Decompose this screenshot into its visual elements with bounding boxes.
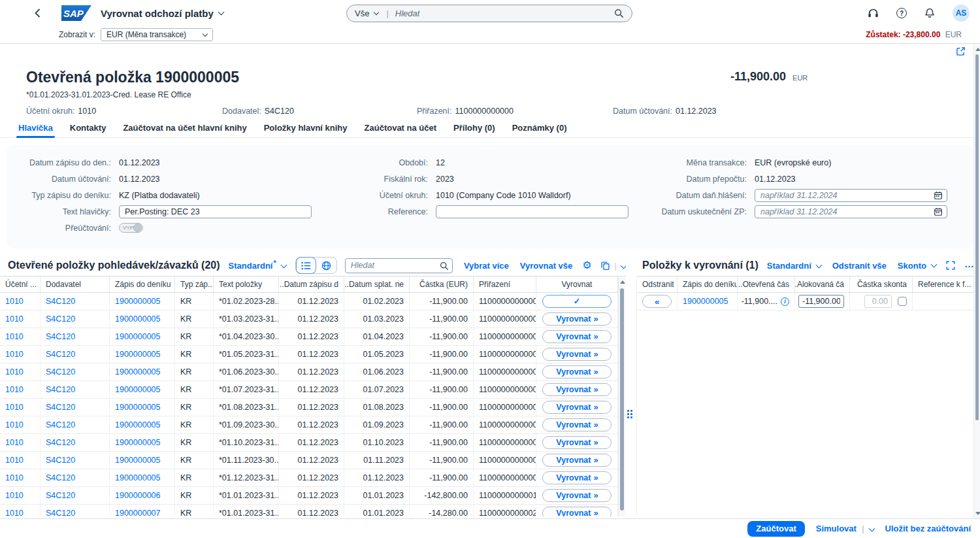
fullscreen-button[interactable] bbox=[946, 261, 955, 270]
vendor-link[interactable]: S4C120 bbox=[46, 505, 75, 517]
clear-item-button[interactable]: Vyrovnat» bbox=[542, 454, 612, 467]
company-code-link[interactable]: 1010 bbox=[5, 470, 24, 486]
notifications-bell-icon[interactable] bbox=[924, 8, 935, 18]
vendor-link[interactable]: S4C120 bbox=[46, 329, 75, 345]
journal-entry-link[interactable]: 1900000005 bbox=[683, 294, 728, 310]
vendor-link[interactable]: S4C120 bbox=[46, 452, 75, 469]
journal-entry-link[interactable]: 1900000007 bbox=[115, 505, 161, 517]
company-code-link[interactable]: 1010 bbox=[5, 505, 24, 517]
journal-entry-link[interactable]: 1900000005 bbox=[115, 311, 161, 328]
company-code-link[interactable]: 1010 bbox=[5, 311, 24, 328]
tab-poznamky[interactable]: Poznámky (0) bbox=[512, 120, 567, 137]
remove-item-button[interactable]: « bbox=[642, 295, 672, 308]
support-headset-icon[interactable] bbox=[868, 8, 879, 18]
remove-all-button[interactable]: Odstranit vše bbox=[832, 261, 887, 271]
open-items-search-input[interactable] bbox=[345, 258, 453, 273]
vendor-link[interactable]: S4C120 bbox=[46, 346, 75, 363]
open-items-view-select[interactable]: Standardní * bbox=[229, 261, 286, 271]
tab-hlavicka[interactable]: Hlavička bbox=[18, 120, 53, 137]
scroll-down-arrow[interactable] bbox=[975, 512, 980, 515]
clearing-items-view-select[interactable]: Standardní bbox=[767, 261, 821, 271]
clear-item-button[interactable]: Vyrovnat» bbox=[542, 383, 612, 396]
company-code-link[interactable]: 1010 bbox=[5, 329, 24, 345]
clear-item-button[interactable]: Vyrovnat» bbox=[542, 365, 612, 378]
scroll-up-arrow[interactable] bbox=[975, 48, 980, 51]
search-scope-select[interactable]: Vše bbox=[355, 8, 369, 18]
share-button[interactable] bbox=[956, 46, 966, 56]
field-input-datum-uskutecneni-zp[interactable] bbox=[755, 205, 947, 218]
company-code-link[interactable]: 1010 bbox=[5, 417, 24, 433]
company-code-link[interactable]: 1010 bbox=[5, 488, 24, 504]
page-scrollbar[interactable] bbox=[973, 44, 980, 518]
tab-zauctovat-na-ucet-hlavni-knihy[interactable]: Zaúčtovat na účet hlavní knihy bbox=[123, 120, 246, 137]
tab-prilohy[interactable]: Přílohy (0) bbox=[453, 120, 495, 137]
overflow-menu-button[interactable]: … bbox=[964, 258, 973, 269]
journal-entry-link[interactable]: 1900000005 bbox=[115, 364, 161, 380]
info-icon[interactable]: i bbox=[781, 297, 789, 306]
field-input-reference[interactable] bbox=[436, 205, 629, 218]
journal-entry-link[interactable]: 1900000005 bbox=[115, 329, 161, 345]
vendor-link[interactable]: S4C120 bbox=[46, 488, 75, 504]
shell-search[interactable]: Vše | bbox=[346, 5, 632, 22]
scrollbar-thumb[interactable] bbox=[975, 54, 979, 420]
vendor-link[interactable]: S4C120 bbox=[46, 417, 75, 433]
search-icon[interactable] bbox=[614, 8, 624, 18]
user-avatar[interactable]: AS bbox=[953, 5, 970, 22]
clear-all-button[interactable]: Vyrovnat vše bbox=[520, 261, 572, 271]
search-icon[interactable] bbox=[440, 261, 449, 271]
discount-checkbox[interactable] bbox=[898, 297, 907, 306]
clear-item-button[interactable]: Vyrovnat» bbox=[542, 401, 612, 414]
journal-entry-link[interactable]: 1900000005 bbox=[115, 382, 161, 398]
vendor-link[interactable]: S4C120 bbox=[46, 435, 75, 451]
splitter-drag-grip[interactable] bbox=[627, 410, 632, 418]
save-without-posting-button[interactable]: Uložit bez zaúčtování bbox=[885, 524, 971, 533]
export-menu-chevron-icon[interactable] bbox=[621, 262, 626, 269]
simulate-button[interactable]: Simulovat bbox=[816, 524, 857, 533]
open-items-search[interactable] bbox=[345, 258, 453, 273]
field-input-datum-dan-hlaseni[interactable] bbox=[755, 189, 947, 202]
clear-selected-button[interactable]: ✓ bbox=[542, 295, 612, 308]
journal-entry-link[interactable]: 1900000005 bbox=[115, 346, 161, 363]
company-code-link[interactable]: 1010 bbox=[5, 399, 24, 416]
journal-entry-link[interactable]: 1900000005 bbox=[115, 435, 161, 451]
calendar-icon[interactable] bbox=[934, 191, 943, 200]
clear-item-button[interactable]: Vyrovnat» bbox=[542, 312, 612, 326]
vendor-link[interactable]: S4C120 bbox=[46, 294, 75, 310]
scroll-up-arrow[interactable] bbox=[620, 280, 625, 284]
list-view-button[interactable] bbox=[296, 257, 316, 274]
company-code-link[interactable]: 1010 bbox=[5, 294, 24, 310]
discount-menu-button[interactable]: Skonto bbox=[898, 261, 936, 271]
select-more-button[interactable]: Vybrat více bbox=[464, 261, 509, 271]
tab-kontakty[interactable]: Kontakty bbox=[70, 120, 106, 137]
help-icon[interactable]: ? bbox=[896, 8, 907, 18]
clear-item-button[interactable]: Vyrovnat» bbox=[542, 489, 612, 502]
vendor-link[interactable]: S4C120 bbox=[46, 311, 75, 328]
company-code-link[interactable]: 1010 bbox=[5, 382, 24, 398]
open-items-scrollbar[interactable] bbox=[618, 277, 625, 516]
journal-entry-link[interactable]: 1900000005 bbox=[115, 399, 161, 416]
journal-entry-link[interactable]: 1900000006 bbox=[115, 488, 161, 504]
company-code-link[interactable]: 1010 bbox=[5, 452, 24, 469]
clear-item-button[interactable]: Vyrovnat» bbox=[542, 471, 612, 484]
vendor-link[interactable]: S4C120 bbox=[46, 364, 75, 380]
simulate-menu-chevron-icon[interactable] bbox=[868, 526, 875, 532]
clear-item-button[interactable]: Vyrovnat» bbox=[542, 507, 612, 516]
vendor-link[interactable]: S4C120 bbox=[46, 470, 75, 486]
settings-gear-icon[interactable]: ⚙ bbox=[582, 260, 591, 271]
tab-polozky-hlavni-knihy[interactable]: Položky hlavní knihy bbox=[264, 120, 348, 137]
global-search-input[interactable] bbox=[395, 8, 614, 18]
vendor-link[interactable]: S4C120 bbox=[46, 382, 75, 398]
display-currency-select[interactable]: EUR (Měna transakce) bbox=[101, 28, 213, 41]
calendar-icon[interactable] bbox=[934, 207, 943, 216]
tab-zauctovat-na-ucet[interactable]: Zaúčtovat na účet bbox=[365, 120, 437, 137]
clear-item-button[interactable]: Vyrovnat» bbox=[542, 348, 612, 361]
vendor-link[interactable]: S4C120 bbox=[46, 399, 75, 416]
allocated-amount-input[interactable] bbox=[798, 295, 844, 308]
journal-entry-link[interactable]: 1900000005 bbox=[115, 294, 161, 310]
toggle-preuctovani[interactable]: VYP bbox=[119, 223, 143, 233]
clear-item-button[interactable]: Vyrovnat» bbox=[542, 418, 612, 431]
app-title-menu[interactable]: Vyrovnat odchozí platby bbox=[101, 8, 223, 19]
export-button[interactable] bbox=[600, 261, 610, 271]
company-code-link[interactable]: 1010 bbox=[5, 435, 24, 451]
company-code-link[interactable]: 1010 bbox=[5, 346, 24, 363]
